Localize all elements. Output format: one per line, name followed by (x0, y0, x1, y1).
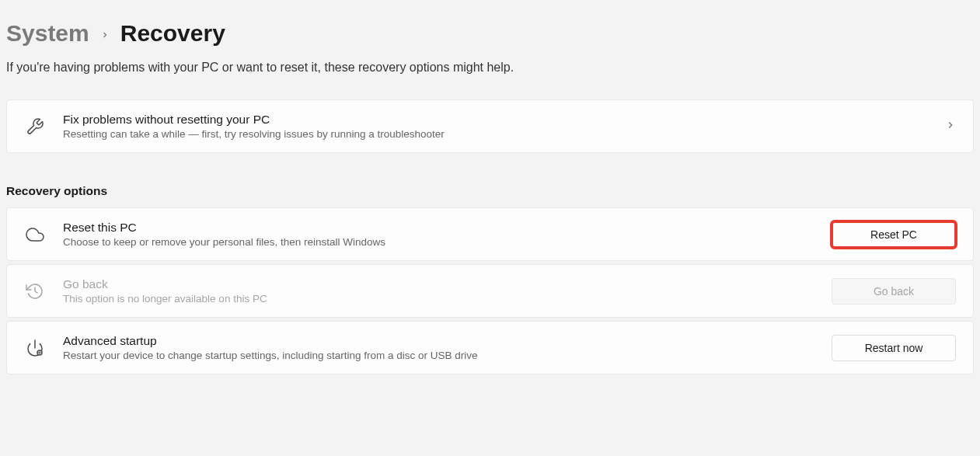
troubleshoot-card[interactable]: Fix problems without resetting your PC R… (6, 99, 974, 153)
go-back-desc: This option is no longer available on th… (63, 293, 832, 305)
page-subtitle: If you're having problems with your PC o… (6, 61, 974, 75)
reset-pc-card: Reset this PC Choose to keep or remove y… (6, 207, 974, 261)
restart-now-button[interactable]: Restart now (832, 335, 956, 361)
advanced-startup-card: Advanced startup Restart your device to … (6, 321, 974, 374)
page-title: Recovery (120, 20, 225, 47)
reset-pc-desc: Choose to keep or remove your personal f… (63, 236, 832, 248)
cloud-reset-icon (24, 224, 46, 245)
power-gear-icon (24, 337, 46, 359)
reset-pc-button[interactable]: Reset PC (832, 221, 956, 248)
go-back-button: Go back (832, 278, 956, 305)
chevron-right-icon (100, 27, 110, 44)
troubleshoot-desc: Resetting can take a while — first, try … (63, 128, 945, 140)
advanced-startup-title: Advanced startup (63, 334, 832, 348)
recovery-options-heading: Recovery options (6, 184, 974, 198)
breadcrumb-parent[interactable]: System (6, 20, 89, 47)
wrench-icon (24, 116, 46, 137)
go-back-title: Go back (63, 277, 832, 291)
breadcrumb: System Recovery (6, 20, 974, 47)
go-back-card: Go back This option is no longer availab… (6, 264, 974, 318)
chevron-right-icon (945, 118, 956, 134)
troubleshoot-title: Fix problems without resetting your PC (63, 113, 945, 127)
history-icon (24, 280, 46, 302)
advanced-startup-desc: Restart your device to change startup se… (63, 350, 832, 361)
reset-pc-title: Reset this PC (63, 221, 832, 235)
